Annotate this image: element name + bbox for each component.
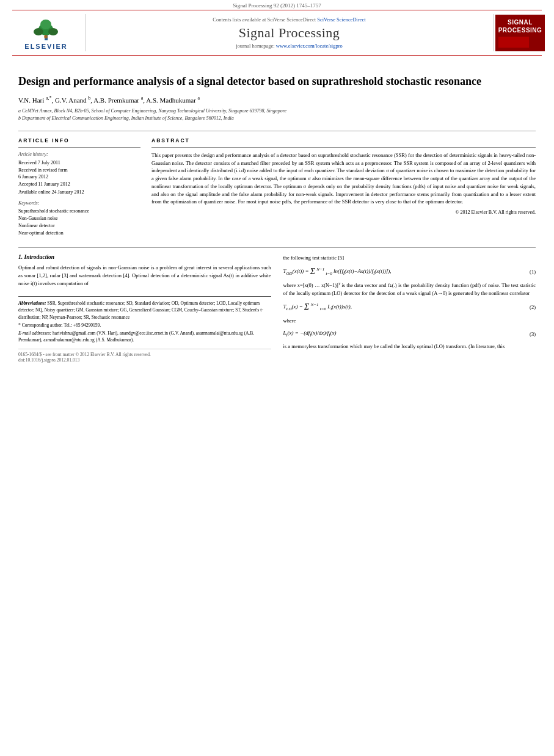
affiliations: a CeMNet Annex, Block N4, B2b-05, School… xyxy=(18,107,536,122)
main-content: Design and performance analysis of a sig… xyxy=(18,56,536,363)
keyword-2: Non-Gaussian noise xyxy=(18,215,140,222)
sciverse-link[interactable]: SciVerse ScienceDirect xyxy=(317,16,366,23)
intro-paragraph-1: Optimal and robust detection of signals … xyxy=(18,264,271,288)
keywords-label: Keywords: xyxy=(18,200,140,206)
article-history-label: Article history: xyxy=(18,151,140,157)
copyright-bar: 0165-1684/$ - see front matter © 2012 El… xyxy=(18,349,271,363)
keyword-1: Suprathreshold stochastic resonance xyxy=(18,208,140,214)
abstract-heading: ABSTRACT xyxy=(151,137,536,144)
copyright-text: 0165-1684/$ - see front matter © 2012 El… xyxy=(18,352,271,357)
body-content: 1. Introduction Optimal and robust detec… xyxy=(18,254,536,363)
right-col-para-start: the following test statistic [5] xyxy=(283,254,536,262)
homepage-url[interactable]: www.elsevier.com/locate/sigpro xyxy=(276,43,343,49)
elsevier-logo-area: ELSEVIER xyxy=(12,14,86,51)
elsevier-logo: ELSEVIER xyxy=(24,16,67,50)
journal-header: ELSEVIER Contents lists available at Sci… xyxy=(12,10,542,56)
elsevier-wordmark: ELSEVIER xyxy=(24,43,67,50)
keyword-4: Near-optimal detection xyxy=(18,230,140,236)
corr-author: * Corresponding author. Tel.: +65 942901… xyxy=(18,322,101,328)
online-date: Available online 24 January 2012 xyxy=(18,189,140,195)
abstract-text: This paper presents the design and perfo… xyxy=(151,151,536,206)
journal-top-bar: Signal Processing 92 (2012) 1745–1757 xyxy=(0,0,554,10)
email-addresses: harivishnu@gmail.com (V.N. Hari), anandg… xyxy=(18,330,254,343)
abbrev-text: SSR, Suprathreshold stochastic resonance… xyxy=(18,300,263,320)
accepted-date: Accepted 11 January 2012 xyxy=(18,181,140,187)
signal-processing-badge: SIGNAL PROCESSING xyxy=(495,15,545,51)
email-line: E-mail addresses: harivishnu@gmail.com (… xyxy=(18,330,271,344)
svg-point-3 xyxy=(48,28,58,35)
email-label: E-mail addresses: xyxy=(18,330,51,336)
author-list: V.N. Hari a,*, G.V. Anand b, A.B. Premku… xyxy=(18,96,200,104)
article-info-column: ARTICLE INFO Article history: Received 7… xyxy=(18,137,140,238)
revised-date: Received in revised form6 January 2012 xyxy=(18,167,140,180)
intro-heading: 1. Introduction xyxy=(18,254,271,260)
where-label: where xyxy=(283,317,536,325)
journal-citation: Signal Processing 92 (2012) 1745–1757 xyxy=(233,2,321,9)
abbrev-line: Abbreviations: SSR, Suprathreshold stoch… xyxy=(18,300,271,321)
formula-3-number: (3) xyxy=(520,331,536,337)
body-right-col: the following test statistic [5] TOD(x(t… xyxy=(283,254,536,363)
journal-title-area: Contents lists available at SciVerse Sci… xyxy=(86,14,493,51)
formula-2: TLO(x) = Σ N−1 t=0 Li(x(t))s(t), (2) xyxy=(283,302,536,312)
section-divider xyxy=(18,247,536,248)
right-col-para-3: is a memoryless transformation which may… xyxy=(283,343,536,351)
journal-homepage: journal homepage: www.elsevier.com/locat… xyxy=(236,43,343,49)
svg-point-2 xyxy=(34,28,43,35)
abstract-column: ABSTRACT This paper presents the design … xyxy=(151,137,536,238)
doi-text: doi:10.1016/j.sigpro.2012.01.013 xyxy=(18,357,271,363)
footnote-area: Abbreviations: SSR, Suprathreshold stoch… xyxy=(18,296,271,344)
journal-title: Signal Processing xyxy=(239,25,340,41)
right-col-para-2: where x=[x(0) … x(N−1)]ᵀ is the data vec… xyxy=(283,282,536,297)
article-title: Design and performance analysis of a sig… xyxy=(18,74,536,89)
affiliation-2: b Department of Electrical Communication… xyxy=(18,115,536,122)
contents-available-line: Contents lists available at SciVerse Sci… xyxy=(213,16,365,23)
article-info-abstract: ARTICLE INFO Article history: Received 7… xyxy=(18,131,536,238)
divider-1 xyxy=(18,147,140,148)
formula-3: Li(x) = −(dfi(x)/dx)/fi(x) (3) xyxy=(283,330,536,338)
article-info-heading: ARTICLE INFO xyxy=(18,137,140,144)
abbrev-label: Abbreviations: xyxy=(18,300,46,306)
corr-line: * Corresponding author. Tel.: +65 942901… xyxy=(18,322,271,329)
body-left-col: 1. Introduction Optimal and robust detec… xyxy=(18,254,271,363)
affiliation-1: a CeMNet Annex, Block N4, B2b-05, School… xyxy=(18,107,536,115)
elsevier-tree-icon xyxy=(29,16,63,42)
formula-2-number: (2) xyxy=(520,304,536,310)
journal-badge-area: SIGNAL PROCESSING xyxy=(493,14,542,51)
svg-point-5 xyxy=(44,35,48,38)
received-date: Received 7 July 2011 xyxy=(18,159,140,166)
svg-point-4 xyxy=(40,20,51,29)
keyword-3: Nonlinear detector xyxy=(18,222,140,229)
formula-1-number: (1) xyxy=(520,269,536,275)
divider-2 xyxy=(151,147,536,148)
authors: V.N. Hari a,*, G.V. Anand b, A.B. Premku… xyxy=(18,95,536,104)
formula-1: TOD(x(t)) = Σ N−1 t=0 ln([fi(x(t)−As(t))… xyxy=(283,267,536,277)
abstract-copyright: © 2012 Elsevier B.V. All rights reserved… xyxy=(151,209,536,215)
